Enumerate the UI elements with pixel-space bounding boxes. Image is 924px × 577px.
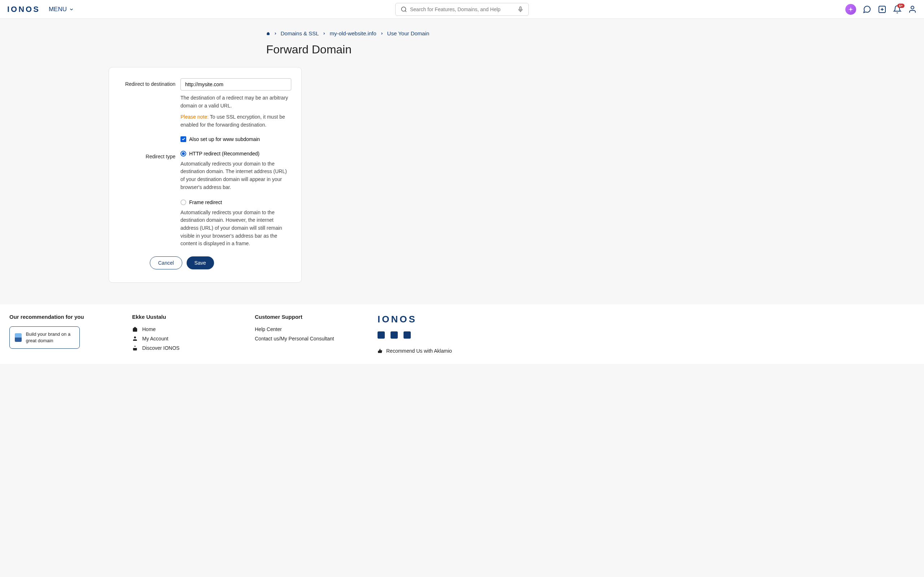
footer-contact-link[interactable]: Contact us/My Personal Consultant (255, 336, 378, 342)
www-checkbox-row[interactable]: Also set up for www subdomain (181, 136, 291, 142)
frame-redirect-description: Automatically redirects your domain to t… (181, 209, 291, 248)
user-icon (132, 336, 138, 342)
chevron-right-icon (322, 32, 326, 35)
chevron-down-icon (69, 7, 74, 12)
recommendation-heading: Our recommendation for you (10, 314, 132, 320)
footer: Our recommendation for you Build your br… (0, 305, 924, 364)
save-button[interactable]: Save (187, 256, 214, 269)
menu-label: MENU (49, 6, 67, 13)
svg-point-0 (401, 7, 406, 11)
header: IONOS MENU 5+ (0, 0, 924, 19)
footer-account-link[interactable]: My Account (132, 336, 255, 342)
check-icon (181, 137, 186, 141)
frame-redirect-option[interactable]: Frame redirect (181, 200, 291, 205)
linkedin-icon[interactable] (404, 331, 411, 338)
destination-input[interactable] (181, 78, 291, 90)
http-redirect-label: HTTP redirect (Recommended) (189, 151, 260, 156)
http-redirect-option[interactable]: HTTP redirect (Recommended) (181, 151, 291, 156)
brand-column: IONOS Recommend Us with Aklamio (378, 314, 914, 355)
breadcrumb-use-domain[interactable]: Use Your Domain (387, 30, 430, 36)
avatar-icon (848, 6, 854, 13)
footer-discover-link[interactable]: Discover IONOS (132, 345, 255, 351)
search-box[interactable] (395, 3, 529, 16)
chevron-right-icon (380, 32, 384, 35)
logo[interactable]: IONOS (7, 5, 40, 14)
footer-logo[interactable]: IONOS (378, 314, 914, 325)
destination-help: The destination of a redirect may be an … (181, 94, 291, 110)
youtube-icon[interactable] (391, 331, 398, 338)
destination-row: Redirect to destination The destination … (119, 78, 291, 142)
recommend-link[interactable]: Recommend Us with Aklamio (378, 348, 914, 354)
destination-label: Redirect to destination (119, 78, 181, 142)
search-icon (401, 6, 407, 13)
frame-redirect-radio[interactable] (181, 200, 186, 205)
redirect-type-label: Redirect type (119, 151, 181, 248)
user-column: Ekke Uustalu Home My Account Discover IO… (132, 314, 255, 355)
footer-discover-label: Discover IONOS (142, 345, 179, 351)
ssl-note: Please note: To use SSL encryption, it m… (181, 113, 291, 129)
user-icon (908, 5, 917, 14)
share-icon (132, 345, 138, 351)
http-redirect-radio[interactable] (181, 151, 186, 156)
footer-home-link[interactable]: Home (132, 326, 255, 332)
note-prefix: Please note: (181, 114, 208, 120)
social-icons (378, 331, 914, 338)
microphone-icon[interactable] (518, 6, 523, 12)
frame-redirect-label: Frame redirect (189, 200, 222, 205)
thumbs-up-icon (378, 348, 383, 353)
form-card: Redirect to destination The destination … (109, 67, 302, 283)
search-input[interactable] (410, 6, 518, 12)
notifications-button[interactable]: 5+ (893, 5, 901, 14)
support-heading: Customer Support (255, 314, 378, 320)
www-checkbox-label: Also set up for www subdomain (189, 136, 260, 142)
redirect-type-row: Redirect type HTTP redirect (Recommended… (119, 151, 291, 248)
search-container (395, 3, 529, 16)
avatar[interactable] (845, 4, 856, 15)
breadcrumb: Domains & SSL my-old-website.info Use Yo… (267, 26, 658, 38)
http-redirect-description: Automatically redirects your domain to t… (181, 160, 291, 192)
footer-home-label: Home (142, 326, 155, 332)
facebook-icon[interactable] (378, 331, 385, 338)
chevron-right-icon (274, 32, 277, 35)
breadcrumb-domains-ssl[interactable]: Domains & SSL (281, 30, 319, 36)
svg-point-7 (911, 6, 914, 9)
page-title: Forward Domain (267, 38, 658, 67)
footer-help-link[interactable]: Help Center (255, 326, 378, 332)
user-heading: Ekke Uustalu (132, 314, 255, 320)
notification-badge: 5+ (897, 3, 905, 8)
add-button[interactable] (878, 5, 887, 14)
recommendation-text: Build your brand on a great domain (26, 331, 74, 344)
svg-line-1 (405, 10, 406, 11)
footer-account-label: My Account (142, 336, 168, 342)
home-icon (132, 326, 138, 332)
cancel-button[interactable]: Cancel (150, 256, 182, 269)
www-icon (15, 333, 22, 342)
user-menu-button[interactable] (908, 5, 917, 14)
footer-help-label: Help Center (255, 326, 282, 332)
plus-square-icon (878, 5, 887, 14)
www-checkbox[interactable] (181, 136, 186, 142)
header-icons: 5+ (845, 4, 917, 15)
chat-icon (863, 5, 871, 14)
svg-point-8 (134, 337, 136, 338)
home-icon[interactable] (267, 32, 270, 35)
footer-contact-label: Contact us/My Personal Consultant (255, 336, 334, 342)
recommendation-box[interactable]: Build your brand on a great domain (10, 326, 80, 349)
recommendation-column: Our recommendation for you Build your br… (10, 314, 132, 355)
button-row: Cancel Save (150, 256, 291, 269)
recommend-label: Recommend Us with Aklamio (386, 348, 452, 354)
main-content: Domains & SSL my-old-website.info Use Yo… (0, 19, 924, 290)
chat-button[interactable] (863, 5, 871, 14)
support-column: Customer Support Help Center Contact us/… (255, 314, 378, 355)
breadcrumb-domain-name[interactable]: my-old-website.info (330, 30, 376, 36)
menu-button[interactable]: MENU (49, 6, 74, 13)
